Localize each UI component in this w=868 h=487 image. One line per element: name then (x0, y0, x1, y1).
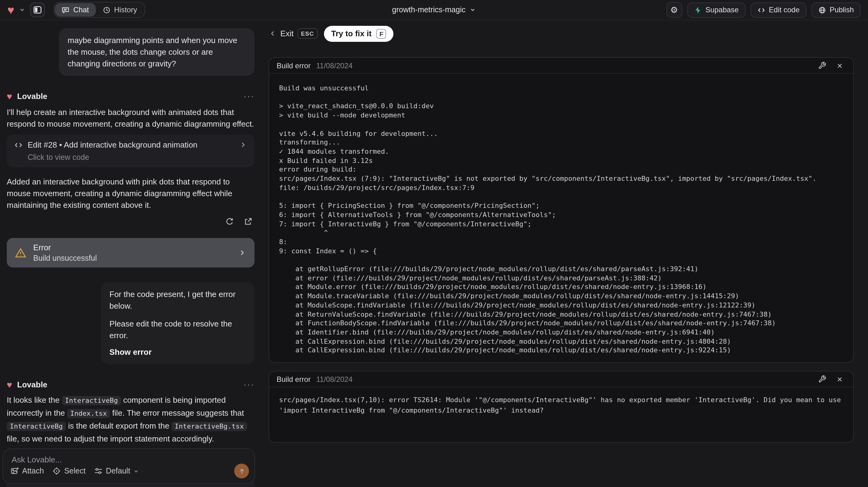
arrow-up-icon (238, 467, 246, 475)
warning-triangle-icon (15, 247, 26, 258)
panel-title: Build error (277, 375, 311, 384)
refresh-icon (225, 217, 234, 226)
chat-panel: maybe diagramming points and when you mo… (0, 20, 260, 487)
build-error-panel-header: Build error 11/08/2024 × (269, 371, 853, 387)
external-link-icon (243, 217, 252, 226)
build-error-panel-header: Build error 11/08/2024 × (269, 58, 853, 74)
tab-chat[interactable]: Chat (55, 3, 96, 17)
publish-label: Publish (830, 5, 854, 14)
select-element-button[interactable]: Select (53, 467, 86, 475)
sliders-icon (94, 467, 103, 475)
close-icon: × (837, 61, 842, 70)
globe-icon (818, 6, 826, 14)
view-switcher: Chat History (54, 2, 145, 18)
lovable-logo[interactable]: ♥ (7, 4, 14, 16)
restore-version-button[interactable] (222, 215, 236, 228)
error-overlay-header: Exit ESC Try to fix it F (269, 25, 394, 42)
assistant-message-header: ♥ Lovable ··· (7, 90, 254, 102)
supabase-label: Supabase (705, 5, 739, 14)
error-card-title: Error (33, 243, 97, 252)
build-log: Build was unsuccessful > vite_react_shad… (269, 74, 853, 356)
workspace-chevron-down-icon[interactable] (19, 7, 26, 13)
ask-lovable-input[interactable]: Ask Lovable... (12, 455, 62, 464)
code-brackets-icon (757, 6, 765, 14)
error-overlay: Exit ESC Try to fix it F Build error 11/… (261, 20, 868, 487)
build-error-panel-2: Build error 11/08/2024 × src/pages/Index… (269, 371, 854, 443)
chevron-right-icon (239, 141, 247, 149)
model-label: Default (106, 467, 130, 475)
user-message-line: Please edit the code to resolve the erro… (110, 318, 246, 341)
chevron-down-icon (133, 468, 139, 474)
gear-icon: ⚙ (670, 5, 678, 15)
chevron-right-icon (238, 248, 247, 257)
edit-code-button[interactable]: Edit code (750, 2, 806, 18)
sidebar-toggle-button[interactable] (30, 2, 45, 17)
edit-card-28[interactable]: Edit #28 • Add interactive background an… (7, 135, 254, 167)
crosshair-icon (53, 467, 61, 475)
try-to-fix-button[interactable]: Try to fix it F (324, 26, 394, 41)
wrench-icon (818, 375, 826, 383)
chat-input-card: Ask Lovable... Attach Select (2, 448, 255, 484)
user-message-2: For the code present, I get the error be… (101, 282, 254, 364)
close-panel-button[interactable]: × (834, 59, 846, 72)
esc-key-badge: ESC (297, 28, 317, 39)
message-menu-button[interactable]: ··· (243, 93, 254, 99)
build-error-message: src/pages/Index.tsx(7,10): error TS2614:… (269, 387, 853, 416)
close-panel-button[interactable]: × (834, 373, 846, 385)
assistant-paragraph: It looks like the InteractiveBg componen… (7, 394, 254, 445)
user-message-1: maybe diagramming points and when you mo… (59, 28, 254, 75)
open-preview-button[interactable] (241, 215, 254, 228)
tab-chat-label: Chat (73, 5, 89, 14)
inline-code: Index.tsx (67, 409, 110, 418)
send-button[interactable] (234, 464, 249, 478)
supabase-bolt-icon (694, 6, 702, 14)
user-message-line: For the code present, I get the error be… (110, 288, 246, 312)
inline-code: InteractiveBg (62, 396, 121, 405)
edit-card-title: Edit #28 • Add interactive background an… (28, 140, 198, 149)
publish-button[interactable]: Publish (811, 2, 861, 18)
edit-card-subtitle: Click to view code (14, 153, 247, 162)
chat-bubble-icon (62, 6, 70, 14)
supabase-button[interactable]: Supabase (687, 2, 745, 18)
inline-code: InteractiveBg (7, 422, 66, 431)
attach-image-icon (10, 467, 19, 475)
settings-button[interactable]: ⚙ (666, 2, 682, 18)
top-bar: ♥ Chat His (0, 0, 868, 20)
assistant-message-header: ♥ Lovable ··· (7, 378, 254, 391)
message-actions (7, 215, 254, 228)
fix-with-ai-button[interactable] (816, 373, 828, 385)
project-switcher[interactable]: growth-metrics-magic (392, 5, 476, 14)
tab-history-label: History (114, 5, 137, 14)
lovable-avatar-icon: ♥ (7, 380, 12, 389)
model-selector[interactable]: Default (94, 467, 138, 475)
project-name: growth-metrics-magic (392, 5, 466, 14)
tab-history[interactable]: History (96, 3, 144, 17)
exit-label: Exit (280, 29, 293, 38)
panel-date: 11/08/2024 (316, 61, 352, 70)
attach-label: Attach (22, 467, 44, 475)
panel-date: 11/08/2024 (316, 375, 352, 384)
chevron-left-icon (269, 30, 277, 37)
lovable-avatar-icon: ♥ (7, 91, 12, 100)
error-card-subtitle: Build unsuccessful (33, 254, 97, 263)
assistant-paragraph: I'll help create an interactive backgrou… (7, 106, 254, 130)
build-error-panel-1: Build error 11/08/2024 × Build was unsuc… (269, 57, 854, 363)
fix-with-ai-button[interactable] (816, 59, 828, 72)
try-to-fix-label: Try to fix it (331, 29, 371, 38)
build-error-card[interactable]: Error Build unsuccessful (7, 238, 254, 268)
show-error-link[interactable]: Show error (110, 346, 246, 358)
select-label: Select (64, 467, 86, 475)
close-icon: × (837, 374, 842, 384)
project-chevron-down-icon (470, 7, 476, 13)
inline-code: InteractiveBg.tsx (172, 422, 247, 431)
assistant-name: Lovable (17, 380, 47, 389)
history-clock-icon (102, 6, 110, 14)
attach-button[interactable]: Attach (10, 467, 44, 475)
sidebar-toggle-icon (33, 5, 42, 14)
exit-button[interactable]: Exit ESC (269, 28, 317, 39)
message-menu-button[interactable]: ··· (243, 381, 254, 387)
assistant-paragraph: Added an interactive background with pin… (7, 176, 254, 211)
f-key-badge: F (376, 29, 386, 38)
app-window: ♥ Chat His (0, 0, 868, 487)
code-brackets-icon (14, 141, 23, 149)
